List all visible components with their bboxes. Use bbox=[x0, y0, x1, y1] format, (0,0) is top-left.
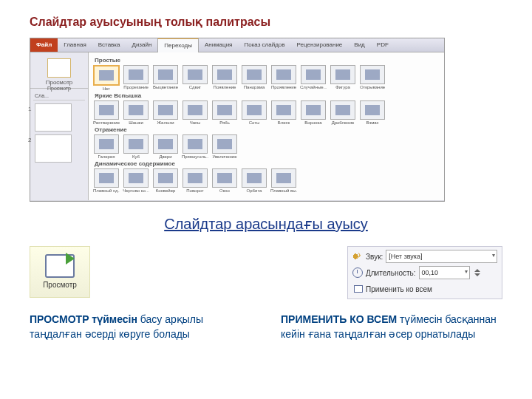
ribbon-tab[interactable]: PDF bbox=[371, 38, 395, 52]
timing-panel: Звук: [Нет звука] Длительность: 00,10 Пр… bbox=[347, 246, 502, 299]
page-title-1: Слайдтар ауысуының толық палитрасы bbox=[30, 15, 502, 29]
transition-thumb-label: Галерея bbox=[93, 154, 120, 159]
duration-label: Длительность: bbox=[366, 269, 416, 277]
gallery-section-header: Яркие Вспышка bbox=[95, 92, 440, 99]
caption-left: ПРОСМОТР түймесін басу арқылы таңдалған … bbox=[30, 313, 251, 341]
gallery-section-header: Простые bbox=[95, 57, 440, 64]
transition-thumb-label: Выцветание bbox=[152, 85, 179, 89]
transition-thumb[interactable]: Появление bbox=[211, 65, 238, 91]
transition-thumb[interactable]: Шашки bbox=[123, 100, 149, 125]
apply-all-button[interactable]: Применить ко всем bbox=[366, 285, 432, 293]
transition-thumb-label: Прорезание bbox=[123, 85, 149, 89]
transition-thumb-label: Нет bbox=[93, 86, 120, 91]
transition-thumb[interactable]: Жалюзи bbox=[152, 100, 179, 125]
transition-thumb-label: Шашки bbox=[123, 120, 149, 125]
transition-thumb-label: Проявление bbox=[270, 85, 297, 89]
preview-thumb-icon[interactable] bbox=[47, 58, 71, 78]
preview-button[interactable]: Просмотр bbox=[30, 246, 90, 298]
transition-thumb[interactable]: Дробление bbox=[330, 100, 356, 125]
transition-thumb[interactable]: Соты bbox=[241, 100, 267, 125]
transition-thumb-label: Панорама bbox=[241, 85, 267, 89]
gallery-section-header: Отражение bbox=[95, 126, 440, 133]
sound-select[interactable]: [Нет звука] bbox=[386, 250, 497, 263]
transition-thumb[interactable]: Взмах bbox=[359, 100, 386, 125]
transition-thumb-label: Блеск bbox=[270, 120, 297, 125]
ribbon-tab[interactable]: Дизайн bbox=[126, 38, 157, 52]
apply-all-icon bbox=[352, 284, 363, 294]
duration-input[interactable]: 00,10 bbox=[419, 266, 470, 279]
sound-label: Звук: bbox=[366, 253, 383, 261]
transitions-palette-screenshot: Файл Главная Вставка Дизайн Переходы Ани… bbox=[30, 38, 445, 202]
ribbon-tab[interactable]: Вставка bbox=[92, 38, 126, 52]
transition-thumb[interactable]: Окно bbox=[211, 168, 238, 193]
transition-thumb-label: Прямоуголь... bbox=[182, 154, 208, 159]
transition-thumb-label: Часы bbox=[182, 120, 208, 125]
transition-thumb[interactable]: Конвейер bbox=[152, 168, 179, 193]
transitions-gallery: ПростыеНетПрорезаниеВыцветаниеСдвигПоявл… bbox=[89, 52, 444, 200]
transition-thumb[interactable]: Куб bbox=[123, 134, 149, 159]
clock-icon bbox=[352, 267, 363, 278]
transition-thumb[interactable]: Растворение bbox=[93, 100, 120, 125]
transition-thumb[interactable]: Чертово ко... bbox=[123, 168, 149, 193]
transition-thumb[interactable]: Прорезание bbox=[123, 65, 149, 91]
transition-thumb[interactable]: Панорама bbox=[241, 65, 267, 91]
transition-thumb[interactable]: Проявление bbox=[270, 65, 297, 91]
transition-thumb[interactable]: Поворот bbox=[182, 168, 208, 193]
transition-thumb-label: Воронка bbox=[300, 120, 327, 125]
preview-play-icon bbox=[44, 251, 76, 278]
duration-spinner[interactable] bbox=[473, 268, 482, 277]
transition-thumb[interactable]: Выцветание bbox=[152, 65, 179, 91]
transition-thumb[interactable]: Блеск bbox=[270, 100, 297, 125]
ribbon-tab[interactable]: Вид bbox=[348, 38, 370, 52]
transition-thumb-label: Случайные... bbox=[300, 85, 327, 89]
transition-thumb-label: Плавный сд... bbox=[93, 188, 120, 193]
transition-thumb-label: Жалюзи bbox=[152, 120, 179, 125]
slides-tab[interactable]: Сла... bbox=[33, 92, 85, 100]
ribbon-tab[interactable]: Анимация bbox=[199, 38, 239, 52]
ribbon-tab[interactable]: Показ слайдов bbox=[238, 38, 290, 52]
transition-thumb-label: Орбита bbox=[241, 188, 267, 193]
left-sidebar: Просмотр Просмотр Сла... 1 2 bbox=[30, 52, 89, 200]
transition-thumb-label: Соты bbox=[241, 120, 267, 125]
transition-thumb-label: Конвейер bbox=[152, 188, 179, 193]
transition-thumb-label: Куб bbox=[123, 154, 149, 159]
gallery-section-header: Динамическое содержимое bbox=[95, 160, 440, 167]
transition-thumb[interactable]: Фигура bbox=[330, 65, 356, 91]
transition-thumb-label: Сдвиг bbox=[182, 85, 208, 89]
transition-thumb-label: Двери bbox=[152, 154, 179, 159]
slide-thumbnail[interactable]: 1 bbox=[35, 103, 72, 132]
transition-thumb-label: Увеличение bbox=[211, 154, 238, 159]
transition-thumb[interactable]: Галерея bbox=[93, 134, 120, 159]
transition-thumb[interactable]: Случайные... bbox=[300, 65, 327, 91]
preview-group-label: Просмотр bbox=[33, 79, 85, 86]
transition-thumb[interactable]: Плавный сд... bbox=[93, 168, 120, 193]
page-title-2: Слайдтар арасындағы ауысу bbox=[30, 215, 502, 233]
transition-thumb[interactable]: Плавный вы... bbox=[270, 168, 297, 193]
caption-right: ПРИМЕНИТЬ КО ВСЕМ түймесін басқаннан кей… bbox=[281, 313, 502, 341]
transition-thumb-label: Поворот bbox=[182, 188, 208, 193]
transition-thumb[interactable]: Двери bbox=[152, 134, 179, 159]
ribbon-tab-file[interactable]: Файл bbox=[30, 38, 58, 52]
transition-thumb-label: Растворение bbox=[93, 120, 120, 125]
transition-thumb-label: Рябь bbox=[211, 120, 238, 125]
ribbon: Файл Главная Вставка Дизайн Переходы Ани… bbox=[30, 38, 444, 52]
transition-thumb[interactable]: Прямоуголь... bbox=[182, 134, 208, 159]
transition-thumb[interactable]: Открывание bbox=[359, 65, 386, 91]
sound-icon bbox=[352, 251, 363, 262]
transition-thumb-label: Появление bbox=[211, 85, 238, 89]
transition-thumb[interactable]: Рябь bbox=[211, 100, 238, 125]
transition-thumb[interactable]: Орбита bbox=[241, 168, 267, 193]
ribbon-tab[interactable]: Рецензирование bbox=[291, 38, 349, 52]
slide-thumbnail[interactable]: 2 bbox=[35, 134, 72, 163]
transition-thumb[interactable]: Увеличение bbox=[211, 134, 238, 159]
transition-thumb[interactable]: Воронка bbox=[300, 100, 327, 125]
transition-thumb[interactable]: Часы bbox=[182, 100, 208, 125]
ribbon-tab-transitions[interactable]: Переходы bbox=[157, 38, 199, 52]
transition-thumb[interactable]: Нет bbox=[93, 65, 120, 91]
transition-thumb-label: Чертово ко... bbox=[123, 188, 149, 193]
transition-thumb-label: Фигура bbox=[330, 85, 356, 89]
transition-thumb-label: Открывание bbox=[359, 85, 386, 89]
transition-thumb-label: Дробление bbox=[330, 120, 356, 125]
ribbon-tab[interactable]: Главная bbox=[58, 38, 92, 52]
transition-thumb[interactable]: Сдвиг bbox=[182, 65, 208, 91]
